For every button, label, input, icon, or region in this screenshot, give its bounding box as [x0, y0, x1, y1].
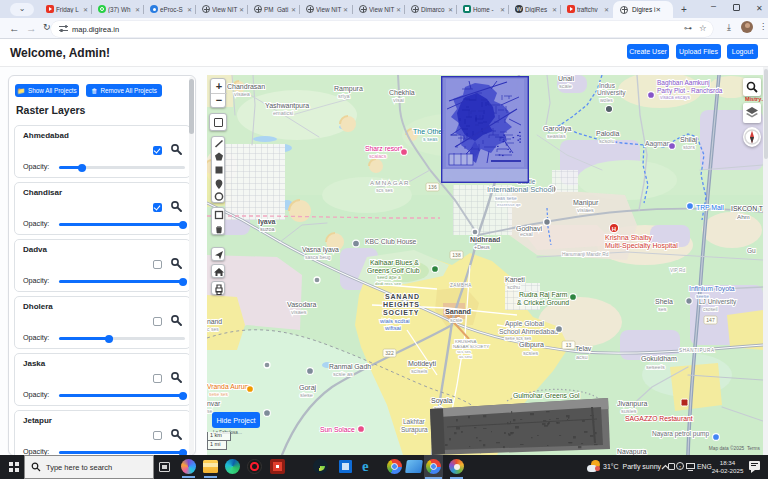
svg-text:Kalhaar Blues &: Kalhaar Blues &	[370, 259, 419, 266]
svg-text:SANAND: SANAND	[385, 293, 420, 300]
svg-text:acsu: acsu	[576, 354, 588, 360]
svg-text:wiftsai: wiftsai	[384, 325, 401, 331]
svg-text:scsies: scsies	[523, 350, 539, 356]
svg-text:visaes: visaes	[291, 309, 307, 315]
svg-text:s seas: s seas	[423, 136, 438, 142]
svg-text:stors: stors	[683, 144, 695, 150]
svg-text:SHANTIPURA: SHANTIPURA	[679, 348, 715, 353]
svg-text:scaiacs: scaiacs	[369, 153, 387, 159]
svg-text:Motideyti: Motideyti	[408, 360, 436, 368]
svg-text:Nidhraad: Nidhraad	[470, 236, 500, 243]
svg-text:136: 136	[428, 184, 437, 190]
svg-text:SOCIETY: SOCIETY	[383, 309, 419, 316]
svg-text:sasca beug: sasca beug	[305, 254, 331, 260]
svg-text:nand: nand	[207, 318, 222, 325]
svg-text:Party Plot - Ranchsrda: Party Plot - Ranchsrda	[657, 87, 723, 95]
svg-text:Gokuldham: Gokuldham	[641, 355, 677, 362]
svg-text:scsoiu: scsoiu	[599, 138, 615, 144]
svg-text:The Other: The Other	[413, 128, 445, 135]
svg-text:ses: ses	[658, 306, 667, 312]
svg-text:nvar: nvar	[207, 400, 221, 407]
svg-text:& Cricket Ground: & Cricket Ground	[517, 299, 569, 306]
svg-text:Shilaj: Shilaj	[680, 136, 698, 144]
svg-text:Soyala: Soyala	[431, 397, 453, 405]
svg-text:Sanand: Sanand	[445, 307, 471, 316]
svg-text:visaea: visaea	[234, 91, 251, 97]
svg-text:Hanumanji Mandir Rd: Hanumanji Mandir Rd	[562, 252, 609, 257]
svg-text:ZAMBHA: ZAMBHA	[450, 283, 472, 288]
svg-text:Manipur: Manipur	[573, 199, 599, 207]
svg-text:wiais scdtai: wiais scdtai	[379, 318, 410, 324]
svg-text:Vasodara: Vasodara	[287, 301, 317, 308]
svg-text:13: 13	[566, 342, 572, 348]
svg-text:SAGAZZO Restaurant: SAGAZZO Restaurant	[625, 415, 693, 422]
svg-text:Palodia: Palodia	[596, 130, 619, 137]
svg-text:KBC Club House: KBC Club House	[365, 238, 417, 245]
svg-text:Aagman: Aagman	[645, 140, 671, 148]
svg-text:susies: susies	[621, 408, 637, 414]
svg-text:Jivanpura: Jivanpura	[617, 400, 647, 408]
svg-text:scsie as: scsie as	[333, 371, 353, 377]
svg-text:csoseil: csoseil	[703, 307, 718, 312]
svg-text:Sun Solace: Sun Solace	[320, 426, 355, 433]
svg-text:147: 147	[706, 317, 715, 323]
svg-text:TRP Mall: TRP Mall	[696, 204, 724, 211]
svg-text:c ses: c ses	[207, 326, 219, 332]
svg-text:Vranda Aurum: Vranda Aurum	[207, 383, 251, 390]
svg-text:scsie: scsie	[450, 317, 462, 323]
svg-text:Lakhtar: Lakhtar	[403, 418, 426, 425]
svg-text:seas sese: seas sese	[495, 196, 517, 201]
svg-text:siese: siese	[300, 392, 313, 398]
svg-text:suzoa: suzoa	[260, 226, 274, 232]
svg-text:LJ University: LJ University	[699, 298, 737, 306]
svg-text:seasias: seasias	[547, 133, 566, 139]
svg-text:sriya: sriya	[338, 93, 351, 99]
svg-text:+Deus: +Deus	[474, 244, 490, 250]
svg-text:seseeis: seseeis	[646, 364, 665, 370]
svg-text:HEIGHTS: HEIGHTS	[383, 301, 420, 308]
svg-text:Gulmohar Greens Gol: Gulmohar Greens Gol	[513, 392, 580, 399]
svg-text:sciseis: sciseis	[411, 368, 428, 374]
svg-text:scthu: scthu	[507, 284, 520, 290]
svg-text:as sesi: as sesi	[459, 354, 472, 359]
svg-text:ematicsi: ematicsi	[273, 110, 293, 116]
svg-text:ecsal: ecsal	[520, 231, 533, 237]
svg-text:Goraj: Goraj	[299, 384, 317, 392]
svg-text:Greens Golf Club: Greens Golf Club	[367, 267, 420, 274]
svg-text:Kaneti: Kaneti	[505, 276, 525, 283]
svg-text:Garodiya: Garodiya	[543, 125, 572, 133]
svg-text:visaca escays: visaca escays	[660, 95, 690, 100]
svg-text:138: 138	[452, 252, 461, 258]
svg-text:H: H	[612, 226, 616, 232]
svg-text:visai: visai	[393, 97, 404, 103]
svg-text:escresse qe: escresse qe	[497, 202, 521, 207]
svg-text:Ahm: Ahm	[737, 213, 750, 220]
svg-text:scaie: scaie	[559, 83, 572, 89]
svg-text:School Ahmedabad: School Ahmedabad	[499, 328, 558, 335]
svg-text:International School: International School	[487, 185, 554, 194]
svg-text:Telav: Telav	[575, 345, 592, 352]
svg-text:Surapura: Surapura	[401, 426, 428, 434]
svg-text:Navapura: Navapura	[617, 448, 647, 455]
svg-text:ISKCON T: ISKCON T	[731, 205, 763, 212]
svg-text:Ranmal Gadh: Ranmal Gadh	[329, 363, 371, 370]
svg-text:Sharz resort: Sharz resort	[365, 145, 402, 152]
svg-text:Nayara petrol pump: Nayara petrol pump	[652, 430, 709, 438]
svg-text:322: 322	[385, 350, 394, 356]
svg-text:Chandrasan: Chandrasan	[227, 83, 265, 90]
svg-text:Krishna Shalby: Krishna Shalby	[605, 234, 653, 242]
svg-text:University: University	[597, 89, 626, 97]
svg-text:Indus: Indus	[599, 82, 616, 89]
svg-text:seed ape a: seed ape a	[377, 275, 401, 280]
svg-text:visiaes: visiaes	[577, 207, 594, 213]
svg-text:Rampura: Rampura	[334, 85, 363, 93]
svg-text:Iyava: Iyava	[258, 218, 276, 226]
svg-text:woles: woles	[600, 97, 613, 103]
svg-text:Gibpura: Gibpura	[519, 341, 544, 349]
svg-text:Infinium Toyota: Infinium Toyota	[689, 285, 735, 293]
svg-text:Shela: Shela	[655, 298, 673, 305]
svg-text:Multi-Specialty Hospital: Multi-Specialty Hospital	[605, 242, 678, 250]
svg-text:Chekhla: Chekhla	[389, 89, 415, 96]
svg-text:Gu: Gu	[747, 247, 756, 254]
svg-text:sese ses: sese ses	[209, 392, 229, 397]
